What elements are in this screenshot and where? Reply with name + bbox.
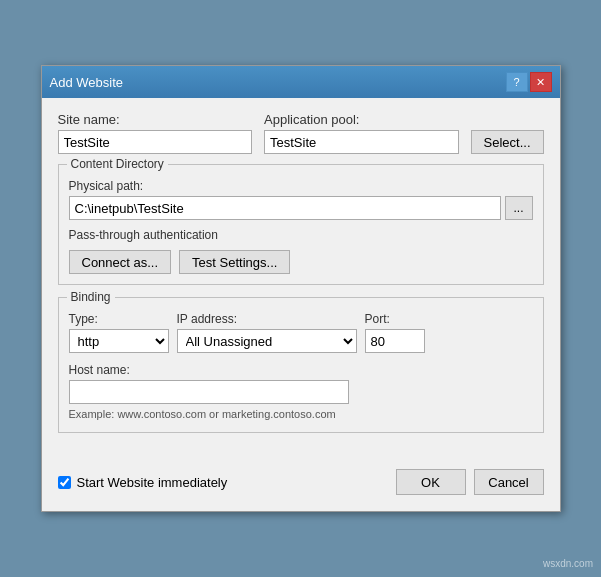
dialog-content: Site name: Application pool: Select... C… [42,98,560,459]
content-directory-group: Content Directory Physical path: ... Pas… [58,164,544,285]
port-input[interactable] [365,329,425,353]
app-pool-field: Application pool: [264,112,459,154]
cancel-button[interactable]: Cancel [474,469,544,495]
app-pool-input[interactable] [264,130,459,154]
physical-path-section: Physical path: ... [69,179,533,220]
title-bar-buttons: ? ✕ [506,72,552,92]
site-name-field: Site name: [58,112,253,154]
site-app-pool-row: Site name: Application pool: Select... [58,112,544,154]
host-name-input[interactable] [69,380,349,404]
site-name-label: Site name: [58,112,253,127]
close-button[interactable]: ✕ [530,72,552,92]
ok-button[interactable]: OK [396,469,466,495]
browse-button[interactable]: ... [505,196,533,220]
ip-select[interactable]: All Unassigned [177,329,357,353]
footer: Start Website immediately OK Cancel [42,459,560,511]
physical-path-label: Physical path: [69,179,533,193]
type-label: Type: [69,312,169,326]
type-select[interactable]: http https [69,329,169,353]
select-button[interactable]: Select... [471,130,544,154]
connect-as-button[interactable]: Connect as... [69,250,172,274]
title-bar: Add Website ? ✕ [42,66,560,98]
dialog-title: Add Website [50,75,123,90]
start-checkbox-row: Start Website immediately [58,475,228,490]
site-name-input[interactable] [58,130,253,154]
ip-label: IP address: [177,312,357,326]
host-name-section: Host name: [69,363,533,404]
passthrough-label: Pass-through authentication [69,228,533,242]
app-pool-label: Application pool: [264,112,459,127]
port-field: Port: [365,312,425,353]
binding-type-ip-port-row: Type: http https IP address: All Unassig… [69,312,533,353]
port-label: Port: [365,312,425,326]
physical-path-input[interactable] [69,196,501,220]
test-settings-button[interactable]: Test Settings... [179,250,290,274]
footer-buttons: OK Cancel [396,469,544,495]
content-directory-title: Content Directory [67,157,168,171]
binding-group-title: Binding [67,290,115,304]
watermark: wsxdn.com [543,558,593,569]
auth-buttons: Connect as... Test Settings... [69,250,533,274]
start-checkbox-label: Start Website immediately [77,475,228,490]
add-website-dialog: Add Website ? ✕ Site name: Application p… [41,65,561,512]
start-checkbox[interactable] [58,476,71,489]
binding-group: Binding Type: http https IP address: All… [58,297,544,433]
help-button[interactable]: ? [506,72,528,92]
ip-address-field: IP address: All Unassigned [177,312,357,353]
host-name-label: Host name: [69,363,533,377]
type-field: Type: http https [69,312,169,353]
example-text: Example: www.contoso.com or marketing.co… [69,408,533,420]
physical-path-row: ... [69,196,533,220]
